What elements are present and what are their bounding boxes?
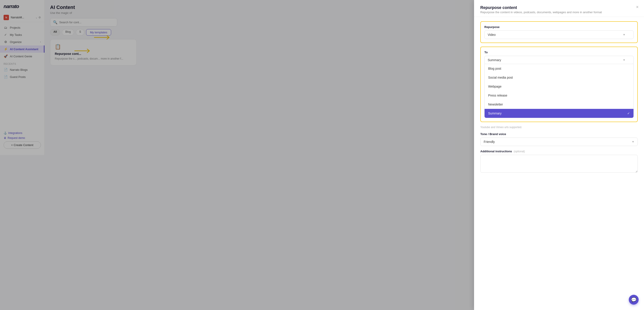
modal-overlay[interactable]: Repurpose content Repurpose the content …	[0, 0, 322, 155]
